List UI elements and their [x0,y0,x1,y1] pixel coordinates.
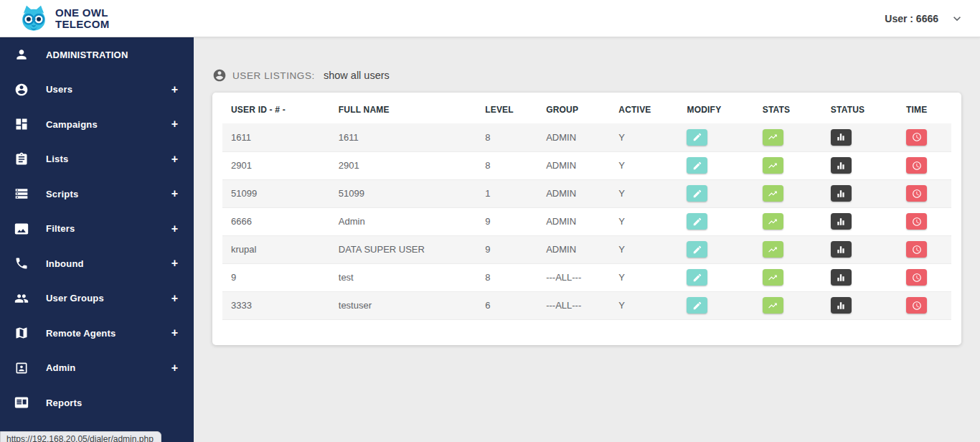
expand-plus-icon[interactable]: + [171,362,178,375]
pencil-icon [692,217,702,227]
pencil-icon [692,301,702,311]
modify-button[interactable] [687,297,707,314]
sidebar-item-users[interactable]: Users + [0,72,194,108]
cell-active: Y [610,235,678,263]
stats-button[interactable] [763,213,783,230]
expand-plus-icon[interactable]: + [171,257,178,270]
trending-up-icon [768,273,778,283]
sidebar-item-admin[interactable]: Admin + [0,351,194,386]
expand-plus-icon[interactable]: + [171,187,178,200]
status-button[interactable] [831,241,852,258]
sidebar-item-label: Filters [46,223,171,234]
sidebar-item-filters[interactable]: Filters + [0,212,194,247]
sidebar-item-campaigns[interactable]: Campaigns + [0,107,194,142]
cell-level: 9 [476,207,537,235]
time-button[interactable] [906,269,927,286]
bar-chart-icon [836,273,846,283]
pencil-icon [692,161,702,171]
chevron-down-icon[interactable] [950,11,964,26]
status-button[interactable] [831,269,852,286]
sidebar-item-scripts[interactable]: Scripts + [0,177,194,212]
cell-active: Y [610,207,678,235]
time-button[interactable] [906,129,927,146]
clipboard-icon [14,152,29,166]
cell-full-name: testuser [330,291,476,319]
modify-button[interactable] [687,157,707,174]
time-button[interactable] [906,185,927,202]
bar-chart-icon [836,161,846,171]
expand-plus-icon[interactable]: + [171,326,178,339]
column-header-modify: MODIFY [678,95,753,123]
table-header-row: USER ID - # -FULL NAMELEVELGROUPACTIVEMO… [222,95,951,123]
sidebar-item-remote-agents[interactable]: Remote Agents + [0,316,194,351]
user-menu[interactable]: User : 6666 [885,11,964,26]
bar-chart-icon [836,132,846,142]
clock-icon [912,301,922,311]
modify-button[interactable] [687,241,707,258]
sidebar-item-inbound[interactable]: Inbound + [0,246,194,281]
cell-group: ADMIN [537,207,610,235]
expand-plus-icon[interactable]: + [171,118,178,131]
column-header-full-name: FULL NAME [330,95,476,123]
stats-button[interactable] [763,241,783,258]
time-button[interactable] [906,157,927,174]
cell-full-name: 51099 [330,179,476,207]
modify-button[interactable] [687,213,707,230]
stats-button[interactable] [763,185,783,202]
status-button[interactable] [831,213,852,230]
cell-group: ---ALL--- [537,291,610,319]
status-button[interactable] [831,297,852,314]
trending-up-icon [768,301,778,311]
listing-header: USER LISTINGS: show all users [212,68,961,83]
stats-button[interactable] [763,297,783,314]
stats-button[interactable] [763,129,783,146]
trending-up-icon [768,161,778,171]
column-header-user-id: USER ID - # - [222,95,330,123]
trending-up-icon [768,217,778,227]
logo[interactable]: ONE OWL TELECOM [19,4,109,33]
table-row: krupal DATA SUPER USER 9 ADMIN Y [222,235,951,263]
pencil-icon [692,189,702,199]
modify-button[interactable] [687,185,707,202]
time-button[interactable] [906,213,927,230]
map-icon [14,326,29,340]
time-button[interactable] [906,297,927,314]
time-button[interactable] [906,241,927,258]
table-row: 9 test 8 ---ALL--- Y [222,263,951,291]
stats-button[interactable] [763,269,783,286]
expand-plus-icon[interactable]: + [171,153,178,166]
expand-plus-icon[interactable]: + [171,83,178,96]
badge-icon [14,361,29,375]
cell-group: ADMIN [537,235,610,263]
status-button[interactable] [831,185,852,202]
bar-chart-icon [836,189,846,199]
sidebar-item-reports[interactable]: Reports [0,385,194,420]
stack-icon [14,187,29,201]
expand-plus-icon[interactable]: + [171,222,178,235]
trending-up-icon [768,245,778,255]
cell-full-name: test [330,263,476,291]
pencil-icon [692,273,702,283]
dashboard-icon [14,117,29,131]
status-button[interactable] [831,157,852,174]
sidebar-item-administration[interactable]: ADMINISTRATION [0,37,194,72]
clock-icon [912,217,922,227]
show-all-users-link[interactable]: show all users [324,70,390,81]
expand-plus-icon[interactable]: + [171,292,178,305]
modify-button[interactable] [687,269,707,286]
status-button[interactable] [831,129,852,146]
sidebar-item-lists[interactable]: Lists + [0,142,194,177]
logo-text: ONE OWL TELECOM [55,7,109,29]
column-header-time: TIME [897,95,951,123]
column-header-active: ACTIVE [610,95,678,123]
image-filter-icon [14,222,29,236]
modify-button[interactable] [687,129,707,146]
pencil-icon [692,132,702,142]
stats-button[interactable] [763,157,783,174]
table-row: 2901 2901 8 ADMIN Y [222,151,951,179]
clock-icon [912,132,922,142]
user-listings-card: USER ID - # -FULL NAMELEVELGROUPACTIVEMO… [212,93,961,345]
cell-level: 9 [476,235,537,263]
cell-group: ADMIN [537,123,610,151]
sidebar-item-user-groups[interactable]: User Groups + [0,281,194,316]
